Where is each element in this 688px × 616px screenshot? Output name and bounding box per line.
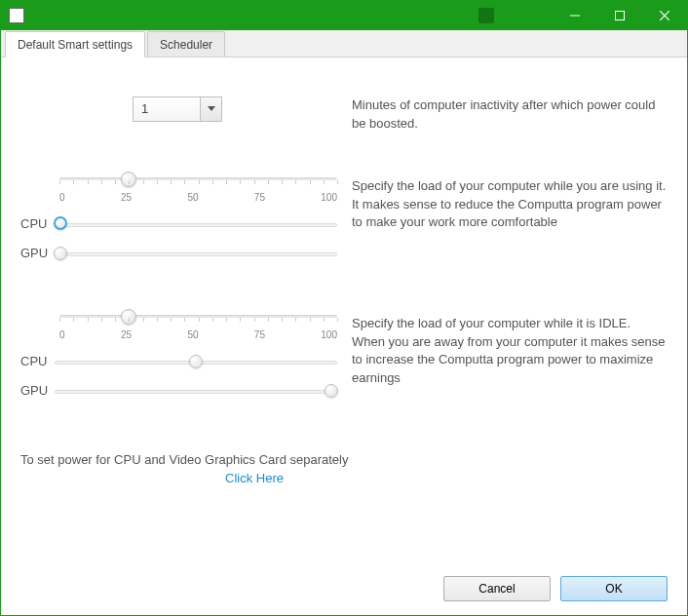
tab-scheduler[interactable]: Scheduler [147, 31, 225, 57]
content-area: 1 Minutes of computer inactivity after w… [1, 58, 687, 615]
gauge-labels: 0255075100 [59, 329, 337, 340]
footer-note: To set power for CPU and Video Graphics … [20, 452, 668, 485]
idle-description: Specify the load of your computer while … [352, 315, 668, 399]
idle-gpu-thumb[interactable] [325, 384, 338, 398]
active-description: Specify the load of your computer while … [352, 177, 668, 261]
active-gpu-thumb[interactable] [54, 247, 67, 260]
button-bar: Cancel OK [443, 576, 668, 601]
minutes-value: 1 [133, 96, 201, 122]
gauge-ticks [59, 318, 337, 326]
click-here-link[interactable]: Click Here [108, 471, 401, 485]
close-button[interactable] [642, 1, 687, 30]
titlebar-center-icon [478, 8, 494, 23]
maximize-button[interactable] [597, 1, 642, 30]
active-cpu-thumb[interactable] [54, 216, 67, 230]
minutes-dropdown[interactable]: 1 [133, 96, 342, 122]
idle-cpu-thumb[interactable] [189, 355, 203, 368]
idle-load-gauge[interactable]: 0255075100 [59, 315, 337, 340]
active-load-gauge[interactable]: 0255075100 [59, 177, 337, 203]
cancel-button[interactable]: Cancel [443, 576, 551, 601]
minutes-description: Minutes of computer inactivity after whi… [352, 96, 668, 134]
tab-bar: Default Smart settings Scheduler [1, 30, 687, 58]
dropdown-arrow-icon[interactable] [201, 96, 222, 122]
gauge-ticks [59, 180, 337, 188]
idle-cpu-label: CPU [20, 354, 55, 368]
idle-gpu-label: GPU [20, 383, 55, 398]
idle-cpu-slider[interactable] [55, 354, 337, 369]
idle-gpu-slider[interactable] [55, 383, 337, 399]
active-cpu-label: CPU [20, 216, 55, 231]
titlebar [1, 1, 687, 30]
active-gpu-slider[interactable] [55, 246, 337, 261]
tab-default-smart-settings[interactable]: Default Smart settings [5, 31, 145, 58]
active-gpu-label: GPU [20, 246, 55, 260]
active-cpu-slider[interactable] [55, 216, 337, 232]
minimize-button[interactable] [553, 1, 597, 30]
ok-button[interactable]: OK [560, 576, 668, 601]
svg-rect-1 [616, 12, 625, 20]
gauge-labels: 0255075100 [59, 192, 337, 203]
app-icon [9, 8, 24, 23]
footer-note-text: To set power for CPU and Video Graphics … [20, 452, 348, 467]
app-window: Default Smart settings Scheduler 1 Minut… [0, 0, 688, 616]
svg-marker-4 [208, 106, 215, 111]
